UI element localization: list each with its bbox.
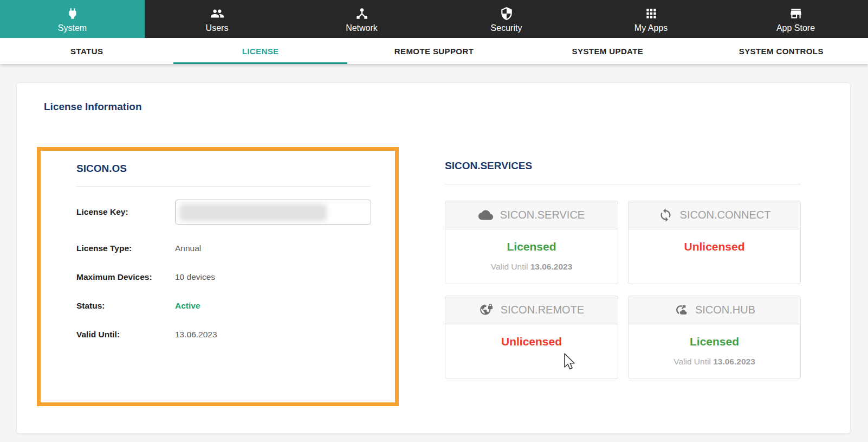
sicon-os-title: SICON.OS: [76, 163, 371, 175]
service-card-body: Unlicensed: [445, 324, 618, 348]
service-card-header: SICON.REMOTE: [445, 296, 618, 324]
license-key-label: License Key:: [76, 207, 175, 217]
plug-icon: [66, 7, 80, 21]
nav-tab-label: Security: [491, 23, 522, 33]
tab-license[interactable]: LICENSE: [173, 38, 347, 64]
sicon-services-title: SICON.SERVICES: [445, 160, 801, 172]
service-card-body: Licensed Valid Until 13.06.2023: [629, 324, 800, 367]
nav-tab-label: Network: [346, 23, 378, 33]
license-type-label: License Type:: [76, 244, 175, 253]
globe-lock-icon: [479, 303, 494, 317]
valid-until-row: Valid Until: 13.06.2023: [76, 330, 371, 339]
license-type-row: License Type: Annual: [76, 244, 371, 253]
section-tab-bar: STATUS LICENSE REMOTE SUPPORT SYSTEM UPD…: [0, 38, 868, 64]
service-status: Unlicensed: [445, 335, 618, 348]
service-status: Licensed: [629, 335, 800, 348]
license-key-row: License Key:: [76, 200, 371, 225]
top-navigation: System Users Network Security My Apps Ap…: [0, 0, 868, 38]
license-type-value: Annual: [175, 244, 201, 253]
nav-tab-security[interactable]: Security: [434, 0, 579, 38]
nav-tab-label: Users: [206, 23, 229, 33]
store-icon: [789, 7, 803, 21]
sicon-services-section: SICON.SERVICES SICON.SERVICE Licensed Va…: [445, 160, 801, 379]
sync-icon: [658, 208, 673, 222]
service-name: SICON.CONNECT: [680, 209, 771, 221]
nav-tab-label: System: [58, 23, 87, 33]
sicon-os-section: SICON.OS License Key: License Type: Annu…: [37, 147, 399, 406]
tab-system-update[interactable]: SYSTEM UPDATE: [521, 38, 694, 64]
network-icon: [355, 7, 369, 21]
tab-remote-support[interactable]: REMOTE SUPPORT: [347, 38, 521, 64]
shield-icon: [500, 7, 514, 21]
valid-until-value: 13.06.2023: [175, 330, 217, 339]
nav-tab-network[interactable]: Network: [289, 0, 434, 38]
service-valid: Valid Until 13.06.2023: [445, 262, 618, 272]
maximum-devices-row: Maximum Devices: 10 devices: [76, 272, 371, 282]
maximum-devices-value: 10 devices: [175, 272, 215, 282]
service-card-sicon-service: SICON.SERVICE Licensed Valid Until 13.06…: [445, 201, 618, 284]
tab-status[interactable]: STATUS: [0, 38, 173, 64]
divider: [445, 184, 801, 184]
valid-until-label: Valid Until:: [76, 330, 175, 339]
grid-icon: [644, 7, 658, 21]
service-name: SICON.SERVICE: [500, 209, 585, 221]
license-key-input[interactable]: [175, 200, 371, 225]
service-card-header: SICON.SERVICE: [445, 201, 618, 229]
nav-tab-system[interactable]: System: [0, 0, 145, 38]
redacted-license-key: [179, 204, 327, 221]
nav-tab-users[interactable]: Users: [145, 0, 289, 38]
service-status: Licensed: [445, 240, 618, 253]
nav-tab-my-apps[interactable]: My Apps: [579, 0, 723, 38]
cloud-sync-icon: [673, 303, 688, 317]
status-row: Status: Active: [76, 301, 371, 311]
status-label: Status:: [76, 301, 175, 311]
service-name: SICON.REMOTE: [501, 304, 584, 316]
nav-tab-label: App Store: [776, 23, 815, 33]
cloud-icon: [478, 208, 493, 222]
service-card-header: SICON.HUB: [629, 296, 800, 324]
maximum-devices-label: Maximum Devices:: [76, 272, 175, 282]
service-card-sicon-remote: SICON.REMOTE Unlicensed: [445, 296, 618, 379]
service-status: Unlicensed: [629, 240, 800, 253]
service-card-sicon-hub: SICON.HUB Licensed Valid Until 13.06.202…: [628, 296, 801, 379]
service-card-header: SICON.CONNECT: [629, 201, 800, 229]
license-information-card: License Information SICON.OS License Key…: [16, 82, 851, 434]
services-grid: SICON.SERVICE Licensed Valid Until 13.06…: [445, 201, 801, 379]
page-title: License Information: [44, 101, 142, 113]
service-valid: Valid Until 13.06.2023: [629, 357, 800, 367]
nav-tab-label: My Apps: [634, 23, 668, 33]
users-icon: [210, 7, 224, 21]
service-card-body: Licensed Valid Until 13.06.2023: [445, 229, 618, 272]
service-card-body: Unlicensed: [629, 229, 800, 253]
status-badge: Active: [175, 301, 200, 311]
nav-tab-app-store[interactable]: App Store: [723, 0, 868, 38]
tab-system-controls[interactable]: SYSTEM CONTROLS: [695, 38, 868, 64]
service-name: SICON.HUB: [695, 304, 755, 316]
service-card-sicon-connect: SICON.CONNECT Unlicensed: [628, 201, 801, 284]
divider: [76, 186, 371, 187]
